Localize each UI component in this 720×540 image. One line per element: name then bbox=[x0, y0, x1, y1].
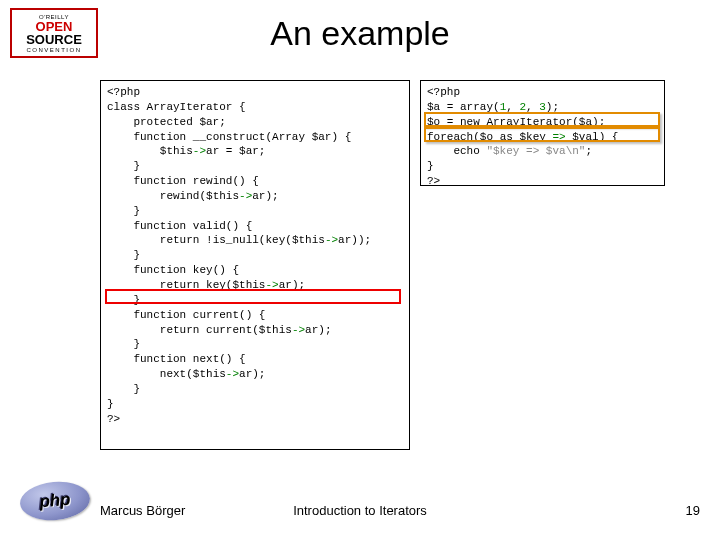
code-line: function key() { bbox=[107, 264, 239, 276]
code-block-class: <?php class ArrayIterator { protected $a… bbox=[100, 80, 410, 450]
code-line: foreach($o as $key => $val) { bbox=[427, 131, 618, 143]
code-line: next($this->ar); bbox=[107, 368, 265, 380]
code-line: class ArrayIterator { bbox=[107, 101, 246, 113]
code-line: function current() { bbox=[107, 309, 265, 321]
code-line: function rewind() { bbox=[107, 175, 259, 187]
footer-title: Introduction to Iterators bbox=[0, 503, 720, 518]
code-line: return !is_null(key($this->ar)); bbox=[107, 234, 371, 246]
slide-title: An example bbox=[0, 14, 720, 53]
code-line: ?> bbox=[427, 175, 440, 187]
code-line: } bbox=[107, 249, 140, 261]
code-line: } bbox=[107, 398, 114, 410]
code-line: function valid() { bbox=[107, 220, 252, 232]
code-line: rewind($this->ar); bbox=[107, 190, 279, 202]
code-line: } bbox=[107, 338, 140, 350]
slide: O'REILLY OPEN SOURCE CONVENTION An examp… bbox=[0, 0, 720, 540]
code-line: ?> bbox=[107, 413, 120, 425]
footer-page-number: 19 bbox=[686, 503, 700, 518]
code-line: } bbox=[107, 160, 140, 172]
code-line: function __construct(Array $ar) { bbox=[107, 131, 351, 143]
code-block-usage: <?php $a = array(1, 2, 3); $o = new Arra… bbox=[420, 80, 665, 186]
code-line: } bbox=[107, 205, 140, 217]
code-line: <?php bbox=[107, 86, 140, 98]
code-line: return current($this->ar); bbox=[107, 324, 331, 336]
code-line: } bbox=[427, 160, 434, 172]
code-line: $o = new ArrayIterator($a); bbox=[427, 116, 605, 128]
code-line: <?php bbox=[427, 86, 460, 98]
code-line: function next() { bbox=[107, 353, 246, 365]
code-line: $this->ar = $ar; bbox=[107, 145, 265, 157]
code-line: $a = array(1, 2, 3); bbox=[427, 101, 559, 113]
code-line: } bbox=[107, 294, 140, 306]
code-line: protected $ar; bbox=[107, 116, 226, 128]
code-line: } bbox=[107, 383, 140, 395]
code-line: return key($this->ar); bbox=[107, 279, 305, 291]
code-line: echo "$key => $va\n"; bbox=[427, 145, 592, 157]
